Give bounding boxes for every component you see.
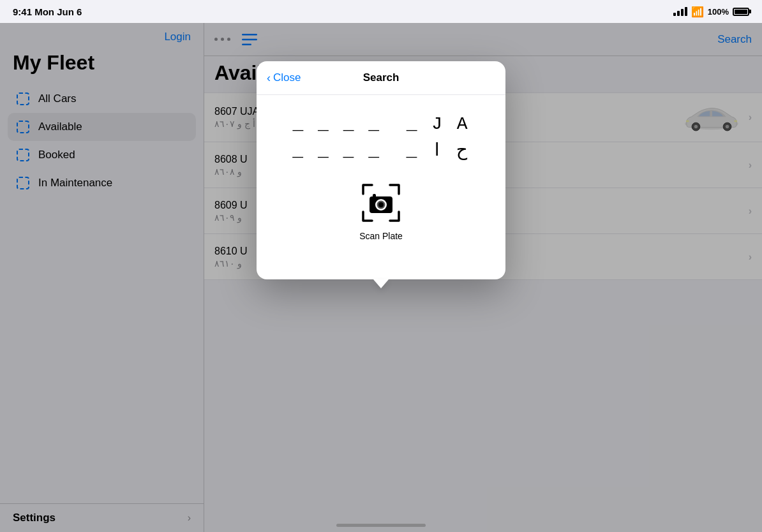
svg-rect-14 <box>373 194 376 198</box>
popup-header: ‹ Close Search <box>257 61 505 95</box>
back-chevron-icon: ‹ <box>267 71 271 85</box>
scan-plate-label: Scan Plate <box>359 231 403 241</box>
close-label: Close <box>273 71 301 84</box>
search-popup: ‹ Close Search _ _ _ _ _ J A _ _ _ _ _ ح… <box>257 61 505 279</box>
battery-icon <box>733 8 749 16</box>
popup-tail <box>373 279 389 288</box>
signal-icon <box>673 7 687 16</box>
scan-plate-button[interactable]: Scan Plate <box>358 180 404 241</box>
plate-display: _ _ _ _ _ J A _ _ _ _ _ ح ا <box>292 114 469 161</box>
status-bar: 9:41 Mon Jun 6 📶 100% <box>0 0 762 23</box>
plate-dashes-1: _ _ _ _ _ J A <box>292 114 469 134</box>
plate-row-2: _ _ _ _ _ ح ا <box>292 139 469 161</box>
popup-body: _ _ _ _ _ J A _ _ _ _ _ ح ا <box>257 95 505 260</box>
popup-close-button[interactable]: ‹ Close <box>267 71 301 85</box>
camera-icon <box>358 180 404 226</box>
battery-percent: 100% <box>708 7 729 17</box>
svg-point-13 <box>378 202 384 207</box>
plate-dashes-2: _ _ _ _ _ ح ا <box>292 139 469 161</box>
camera-svg <box>358 180 404 226</box>
status-indicators: 📶 100% <box>673 6 749 18</box>
plate-row-1: _ _ _ _ _ J A <box>292 114 469 134</box>
wifi-icon: 📶 <box>691 6 704 18</box>
popup-title: Search <box>363 71 400 84</box>
status-time: 9:41 Mon Jun 6 <box>13 6 82 17</box>
search-overlay: ‹ Close Search _ _ _ _ _ J A _ _ _ _ _ ح… <box>0 23 762 532</box>
